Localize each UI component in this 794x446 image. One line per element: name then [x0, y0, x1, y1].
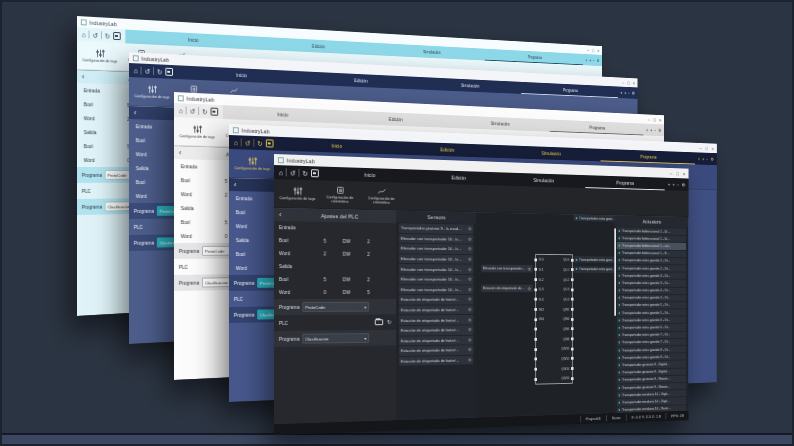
sensor-item[interactable]: Estación de etiquetado de baterí… ⚙	[399, 315, 473, 325]
input-pin[interactable]	[534, 357, 543, 361]
sensor-item[interactable]: Estación de etiquetado de baterí… ⚙	[399, 345, 473, 355]
back-icon[interactable]: ‹	[179, 149, 182, 157]
maximize-icon[interactable]: □	[706, 145, 708, 150]
gear-icon[interactable]: ⚙	[711, 156, 714, 161]
scrollbar[interactable]	[614, 228, 616, 316]
sensor-item[interactable]: Elevador con transportador 10 - Is… ⚙	[399, 244, 473, 254]
actuator-item[interactable]: ● Transportador extra grande 3 - Di…	[617, 280, 686, 287]
zoom-out-icon[interactable]: −	[706, 156, 708, 161]
add-view-icon[interactable]: +	[650, 127, 652, 132]
input-pin[interactable]	[534, 377, 543, 381]
input-pin[interactable]: I0.3	[534, 288, 543, 292]
actuator-item[interactable]: ● Transportador extra grande 3 - Di…	[617, 272, 686, 279]
gear-icon[interactable]: ⚙	[468, 277, 472, 282]
zoom-out-icon[interactable]: −	[628, 90, 630, 95]
ribbon-config-kinematics-button[interactable]: Configuración de cinemática	[320, 180, 360, 209]
back-icon[interactable]: ‹	[279, 211, 282, 219]
actuator-tag-chip[interactable]: ● Transportador extra gran…	[574, 256, 618, 263]
sensor-tag-chip[interactable]: Elevador con transportado… ⚙	[481, 265, 533, 273]
actuator-item[interactable]: ● Transportador extra grande 2 - Di…	[617, 265, 686, 272]
output-pin[interactable]: Q0.3	[563, 288, 573, 292]
ribbon-config-kinematics2-button[interactable]: Configuración de cinemática	[362, 182, 401, 210]
output-pin[interactable]: Q0.2	[563, 278, 573, 282]
output-pin[interactable]: QW12	[561, 357, 573, 361]
close-icon[interactable]: ×	[633, 80, 635, 85]
actuator-item[interactable]: ● Transportador giratorio 9 - Digital…	[617, 361, 686, 369]
home-icon[interactable]: ⌂	[134, 67, 138, 74]
actuator-item[interactable]: ● Transportador extra grande 4 - Di…	[617, 287, 686, 294]
home-icon[interactable]: ⌂	[179, 107, 183, 114]
gear-icon[interactable]: ⚙	[468, 257, 472, 262]
actuator-item[interactable]: ● Transportador extra grande 7 - Di…	[617, 339, 686, 346]
gear-icon[interactable]: ⚙	[468, 358, 472, 363]
ribbon-config-tags-button[interactable]: Configuración de tags	[80, 41, 120, 70]
home-icon[interactable]: ⌂	[82, 31, 86, 38]
actuator-tag-chip[interactable]: ● Transportador extra gran…	[574, 266, 618, 273]
undo-icon[interactable]: ↺	[245, 139, 251, 146]
plc-node-block[interactable]: I0.0 I0.1 I0.2	[535, 254, 573, 385]
save-icon[interactable]	[266, 139, 274, 148]
back-icon[interactable]: ‹	[134, 109, 137, 117]
sensor-item[interactable]: Elevador con transportador 10 - Is… ⚙	[399, 275, 473, 284]
undo-icon[interactable]: ↺	[290, 169, 296, 176]
save-icon[interactable]	[311, 169, 319, 178]
gear-icon[interactable]: ⚙	[597, 58, 600, 63]
maximize-icon[interactable]: □	[627, 80, 629, 85]
zoom-out-icon[interactable]: −	[677, 182, 679, 187]
gear-icon[interactable]: ⚙	[468, 317, 472, 322]
undo-icon[interactable]: ↺	[190, 107, 196, 114]
input-pin[interactable]	[534, 327, 543, 331]
gear-icon[interactable]: ⚙	[468, 297, 472, 302]
minimize-icon[interactable]: –	[700, 145, 702, 150]
redo-icon[interactable]: ↻	[157, 68, 163, 75]
gear-icon[interactable]: ⚙	[468, 348, 472, 353]
sensor-item[interactable]: Estación de etiquetado de baterí… ⚙	[399, 305, 473, 315]
actuator-item[interactable]: ● Transportador bidireccional 1 - Di…	[617, 227, 686, 235]
ribbon-config-tags-button[interactable]: Configuración de tags	[277, 179, 318, 208]
maximize-icon[interactable]: □	[676, 170, 679, 175]
programa2-select[interactable]: Clasificacion ▾	[302, 333, 369, 344]
redo-icon[interactable]: ↻	[202, 108, 208, 115]
zoom-in-icon[interactable]: +	[586, 57, 588, 62]
output-pin[interactable]: Q0.0	[563, 258, 573, 262]
actuator-item[interactable]: ● Transportador bidireccional 1 - vel…	[617, 242, 686, 249]
actuator-item[interactable]: ● Transportador bidireccional 1 - R…	[617, 250, 686, 257]
close-icon[interactable]: ×	[712, 146, 714, 151]
reset-icon[interactable]: ↻	[387, 319, 392, 325]
add-view-icon[interactable]: +	[672, 182, 674, 187]
actuator-item[interactable]: ● Transportador extra grande 6 - Di…	[617, 324, 686, 331]
minimize-icon[interactable]: –	[670, 170, 672, 175]
sensor-item[interactable]: Estación de etiquetado de baterí… ⚙	[399, 325, 473, 335]
maximize-icon[interactable]: □	[592, 48, 594, 53]
sensor-item[interactable]: Estación de etiquetado de baterí… ⚙	[399, 355, 473, 365]
zoom-in-icon[interactable]: +	[620, 90, 622, 95]
output-pin[interactable]: QW6	[563, 327, 574, 331]
actuator-item[interactable]: ● Transportador extra grande 6 - Di…	[617, 317, 686, 324]
actuator-item[interactable]: ● Transportador extra grande 8 - Di…	[617, 346, 686, 354]
sensor-item[interactable]: Estación de etiquetado de baterí… ⚙	[399, 335, 473, 345]
add-view-icon[interactable]: +	[624, 90, 626, 95]
gear-icon[interactable]: ⚙	[468, 227, 472, 232]
actuator-item[interactable]: ● Transportador extra grande 5 - Di…	[617, 302, 686, 309]
output-pin[interactable]: Q0.1	[563, 268, 573, 272]
output-pin[interactable]: QW10	[561, 347, 573, 351]
back-icon[interactable]: ‹	[82, 73, 85, 81]
folder-icon[interactable]	[375, 319, 383, 325]
add-view-icon[interactable]: +	[589, 57, 591, 62]
sensor-tag-chip[interactable]: Estación de etiquetado de… ⚙	[481, 285, 533, 293]
gear-icon[interactable]: ⚙	[468, 267, 472, 272]
redo-icon[interactable]: ↻	[302, 169, 308, 176]
zoom-in-icon[interactable]: +	[698, 156, 700, 161]
input-pin[interactable]: IW4	[534, 318, 543, 322]
window-industrylab-5[interactable]: IndustryLab – □ × ⌂ ↺ ↻ InicioEdiciónSim…	[274, 154, 689, 435]
minimize-icon[interactable]: –	[587, 47, 589, 52]
actuator-tag-chip[interactable]: ● Transportador extra gran…	[574, 215, 618, 222]
gear-icon[interactable]: ⚙	[468, 287, 472, 292]
sensor-item[interactable]: Elevador con transportador 10 - Is… ⚙	[399, 285, 473, 294]
output-pin[interactable]: QW4	[563, 317, 574, 321]
sensor-item[interactable]: Transportador giratorio 9 - Is exod… ⚙	[399, 223, 473, 233]
input-pin[interactable]: I0.2	[534, 278, 543, 282]
gear-icon[interactable]: ⚙	[632, 90, 635, 95]
output-pin[interactable]: QW8	[563, 337, 574, 341]
gear-icon[interactable]: ⚙	[468, 307, 472, 312]
